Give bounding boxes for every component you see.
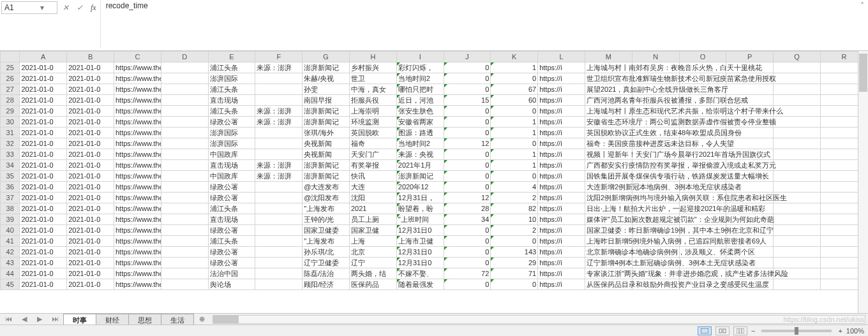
- col-header-N[interactable]: N: [632, 52, 679, 62]
- row-header[interactable]: 35: [1, 171, 20, 182]
- cell[interactable]: [774, 117, 821, 128]
- cell[interactable]: [255, 182, 303, 193]
- cell[interactable]: 2021-01-0: [67, 117, 114, 128]
- select-all-corner[interactable]: [1, 52, 20, 62]
- cell[interactable]: https://www.thepap: [114, 182, 161, 193]
- cell[interactable]: 2021-01-0: [20, 268, 67, 279]
- cell[interactable]: 2021-01-0: [67, 203, 114, 214]
- cell[interactable]: [161, 149, 208, 160]
- row-header[interactable]: 40: [1, 225, 20, 236]
- cell[interactable]: 2021: [349, 203, 396, 214]
- cell[interactable]: [161, 73, 208, 84]
- cell[interactable]: 2021-01-0: [67, 279, 114, 290]
- cell[interactable]: 0: [444, 247, 491, 258]
- col-header-D[interactable]: D: [161, 52, 208, 62]
- cell[interactable]: 2021-01-0: [67, 193, 114, 203]
- cell[interactable]: https://i: [538, 236, 585, 247]
- cell[interactable]: https://i: [538, 95, 585, 106]
- cell[interactable]: 直击现场: [208, 214, 255, 225]
- cell[interactable]: https://www.thepap: [114, 160, 161, 171]
- tab-next-icon[interactable]: ▶: [37, 315, 42, 323]
- cell[interactable]: 澎湃新闻记: [303, 117, 350, 128]
- cell[interactable]: 来源：央视: [396, 149, 444, 160]
- cell[interactable]: 2021-01-0: [20, 160, 67, 171]
- cell[interactable]: [774, 95, 821, 106]
- cell[interactable]: 近日，河池: [396, 95, 444, 106]
- cell[interactable]: 浦江头条: [208, 203, 255, 214]
- cell[interactable]: [161, 268, 208, 279]
- cell[interactable]: 澎湃国际: [208, 128, 255, 138]
- cell[interactable]: 大连新增2例新冠本地病例、3例本地无症状感染者: [585, 182, 632, 193]
- cell[interactable]: 0: [444, 117, 491, 128]
- cell[interactable]: 10: [491, 214, 538, 225]
- cell[interactable]: 辽宁卫健委: [303, 258, 350, 268]
- cell[interactable]: 专家谈江浙"两头婚"现象：并非进步婚恋观，或产生诸多法律风险: [585, 268, 632, 279]
- cell[interactable]: https://www.thepap: [114, 95, 161, 106]
- worksheet-grid[interactable]: ABCDEFGHIJKLMNOPQR 252021-01-02021-01-0h…: [0, 51, 868, 313]
- cell[interactable]: https://i: [538, 84, 585, 95]
- add-sheet-button[interactable]: ⊕: [194, 315, 210, 323]
- cell[interactable]: 2021-01-0: [20, 117, 67, 128]
- cell[interactable]: [161, 84, 208, 95]
- col-header-H[interactable]: H: [349, 52, 396, 62]
- cell[interactable]: https://i: [538, 160, 585, 171]
- col-header-G[interactable]: G: [303, 52, 350, 62]
- zoom-slider[interactable]: [761, 330, 832, 332]
- cell[interactable]: [161, 203, 208, 214]
- cell[interactable]: 0: [491, 236, 538, 247]
- tab-prev-icon[interactable]: ◀: [22, 315, 27, 323]
- cell[interactable]: 绿政公署: [208, 225, 255, 236]
- cell[interactable]: 广西河池两名青年拒服兵役被通报，多部门联合惩戒: [585, 95, 632, 106]
- cell[interactable]: 陈磊/法治: [303, 268, 350, 279]
- cell[interactable]: [255, 95, 303, 106]
- col-header-I[interactable]: I: [396, 52, 444, 62]
- cell[interactable]: [255, 203, 303, 214]
- cell[interactable]: https://www.thepap: [114, 149, 161, 160]
- zoom-value[interactable]: 100%: [846, 327, 864, 335]
- cell[interactable]: 72: [444, 268, 491, 279]
- cell[interactable]: 60: [491, 95, 538, 106]
- tab-first-icon[interactable]: ⏮: [5, 315, 12, 323]
- cell[interactable]: 天安门广: [349, 149, 396, 160]
- cell[interactable]: https://i: [538, 247, 585, 258]
- cell[interactable]: 2021-01-0: [20, 236, 67, 247]
- cell[interactable]: 上海城与村丨南郊有吴房：夜晚音乐火热，白天十里桃花: [585, 62, 632, 73]
- col-header-B[interactable]: B: [67, 52, 114, 62]
- cell[interactable]: [255, 214, 303, 225]
- cell[interactable]: 北京新增确诊本地确诊病例例，涉及顺义、怀柔两个区: [585, 247, 632, 258]
- cell[interactable]: 日出·上海！航拍大片出炉，一起迎接2021年的温暖和精彩: [585, 203, 632, 214]
- cell[interactable]: https://www.thepap: [114, 106, 161, 117]
- cell[interactable]: 2021-01-0: [20, 106, 67, 117]
- hscroll-thumb[interactable]: [213, 316, 239, 323]
- row-header[interactable]: 34: [1, 160, 20, 171]
- cell[interactable]: 0: [491, 106, 538, 117]
- cell[interactable]: 北京: [349, 247, 396, 258]
- cell[interactable]: [774, 203, 821, 214]
- cell[interactable]: 2021-01-0: [67, 106, 114, 117]
- cell[interactable]: 浦江头条: [208, 106, 255, 117]
- cell[interactable]: 29: [491, 258, 538, 268]
- cell[interactable]: 143: [491, 247, 538, 258]
- cell[interactable]: [161, 106, 208, 117]
- cell[interactable]: [161, 258, 208, 268]
- view-page-break-icon[interactable]: [733, 326, 747, 335]
- cell[interactable]: 安徽省两家: [396, 117, 444, 128]
- cell[interactable]: [161, 279, 208, 290]
- cell[interactable]: 2021-01-0: [67, 247, 114, 258]
- cell[interactable]: 国家卫健委: [303, 225, 350, 236]
- cell[interactable]: [161, 171, 208, 182]
- cell[interactable]: [774, 225, 821, 236]
- cell[interactable]: 12月31日0: [396, 258, 444, 268]
- cell[interactable]: 绿政公署: [208, 247, 255, 258]
- cell[interactable]: 0: [444, 106, 491, 117]
- cell[interactable]: 英国脱欧: [349, 128, 396, 138]
- cell[interactable]: 来源：澎湃: [255, 106, 303, 117]
- cell[interactable]: 1: [491, 62, 538, 73]
- cell[interactable]: 2020年12: [396, 182, 444, 193]
- cell[interactable]: 1: [491, 128, 538, 138]
- cell[interactable]: 2021-01-0: [20, 171, 67, 182]
- cell[interactable]: 顾阳/经济: [303, 279, 350, 290]
- cell[interactable]: [161, 128, 208, 138]
- row-header[interactable]: 39: [1, 214, 20, 225]
- cell[interactable]: 乡村振兴: [349, 62, 396, 73]
